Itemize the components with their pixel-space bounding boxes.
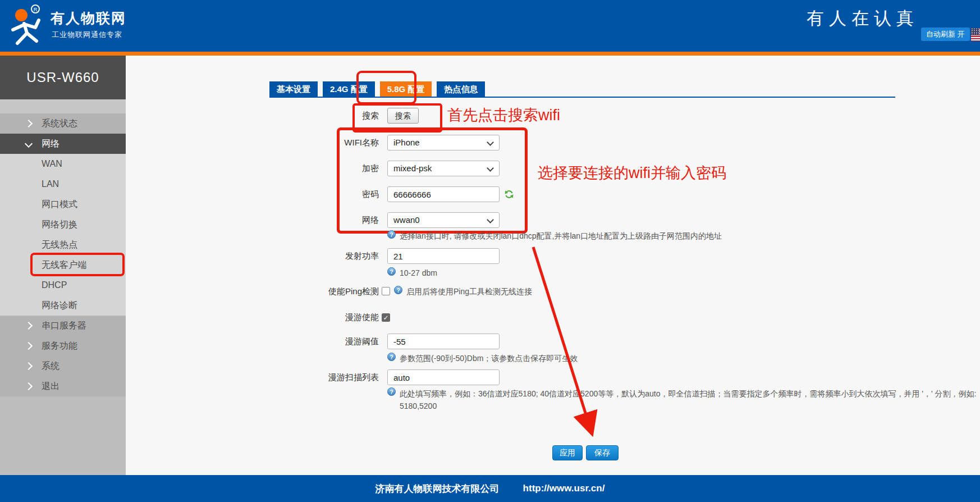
ping-check-checkbox[interactable] bbox=[382, 287, 390, 295]
chevron-down-icon bbox=[487, 165, 494, 172]
wifi-name-select[interactable]: iPhone bbox=[387, 135, 500, 150]
sidebar-item-services[interactable]: 服务功能 bbox=[0, 336, 126, 356]
tab-2-4g-config[interactable]: 2.4G 配置 bbox=[323, 81, 375, 97]
annotation-select-hint: 选择要连接的wifi并输入密码 bbox=[538, 163, 726, 183]
sidebar-item-port-mode[interactable]: 网口模式 bbox=[0, 194, 126, 215]
help-icon: ? bbox=[394, 286, 402, 294]
router-config-page: R 有人物联网 工业物联网通信专家 有人在认真 自动刷新 开 USR-W660 … bbox=[0, 0, 980, 502]
chevron-right-icon bbox=[25, 382, 33, 390]
tab-basic-settings[interactable]: 基本设置 bbox=[269, 81, 318, 97]
search-label: 搜索 bbox=[227, 108, 379, 124]
search-wifi-button[interactable]: 搜索 bbox=[387, 108, 419, 124]
sidebar-item-wireless-ap[interactable]: 无线热点 bbox=[0, 235, 126, 255]
sidebar-item-network-switch[interactable]: 网络切换 bbox=[0, 215, 126, 235]
tab-bar: 基本设置 2.4G 配置 5.8G 配置 热点信息 bbox=[269, 81, 485, 97]
network-help: ?选择lan接口时, 请修改或关闭lan口dhcp配置,并将lan口地址配置为上… bbox=[387, 230, 722, 241]
tx-power-field[interactable] bbox=[387, 248, 500, 264]
ping-check-help: ?启用后将使用Ping工具检测无线连接 bbox=[394, 286, 532, 297]
svg-text:R: R bbox=[34, 7, 38, 12]
network-label: 网络 bbox=[227, 212, 379, 228]
wifi-name-label: WIFI名称 bbox=[227, 135, 379, 150]
annotation-search-hint: 首先点击搜索wifi bbox=[447, 105, 560, 125]
main-content: 基本设置 2.4G 配置 5.8G 配置 热点信息 搜索 搜索 首先点击搜索wi… bbox=[126, 56, 980, 475]
brand-subtitle: 工业物联网通信专家 bbox=[52, 30, 122, 40]
brand-title: 有人物联网 bbox=[51, 9, 126, 28]
roaming-threshold-label: 漫游阈值 bbox=[227, 334, 379, 349]
sidebar-item-system[interactable]: 系统 bbox=[0, 356, 126, 376]
sidebar-item-wan[interactable]: WAN bbox=[0, 154, 126, 174]
top-header: R 有人物联网 工业物联网通信专家 有人在认真 自动刷新 开 bbox=[0, 0, 980, 52]
tab-5-8g-config[interactable]: 5.8G 配置 bbox=[380, 81, 432, 97]
footer-url-link[interactable]: http://www.usr.cn/ bbox=[523, 483, 605, 494]
header-slogan: 有人在认真 bbox=[807, 7, 919, 30]
roaming-enable-label: 漫游使能 bbox=[227, 309, 379, 325]
accent-divider bbox=[0, 52, 980, 56]
chevron-right-icon bbox=[25, 362, 33, 370]
roaming-scan-list-label: 漫游扫描列表 bbox=[227, 369, 379, 385]
sidebar-item-network-diagnosis[interactable]: 网络诊断 bbox=[0, 295, 126, 316]
footer-company: 济南有人物联网技术有限公司 bbox=[375, 482, 500, 495]
sidebar-item-serial-server[interactable]: 串口服务器 bbox=[0, 316, 126, 336]
page-footer: 济南有人物联网技术有限公司 http://www.usr.cn/ bbox=[0, 475, 980, 502]
sidebar-item-network[interactable]: 网络 bbox=[0, 134, 126, 154]
tx-power-help: ?10-27 dbm bbox=[387, 267, 437, 279]
password-field[interactable] bbox=[387, 186, 500, 202]
help-icon: ? bbox=[387, 353, 396, 361]
roaming-scan-list-help: ?此处填写频率，例如：36信道对应5180; 40信道对应5200等等，默认为a… bbox=[387, 387, 979, 412]
chevron-down-icon bbox=[25, 140, 33, 148]
roaming-scan-list-field[interactable] bbox=[387, 369, 500, 385]
encryption-select[interactable]: mixed-psk bbox=[387, 161, 500, 176]
tx-power-label: 发射功率 bbox=[227, 248, 379, 264]
encryption-label: 加密 bbox=[227, 161, 379, 176]
roaming-enable-checkbox[interactable]: ✓ bbox=[382, 313, 390, 322]
tab-hotspot-info[interactable]: 热点信息 bbox=[437, 81, 485, 97]
chevron-down-icon bbox=[487, 216, 494, 223]
tab-underline bbox=[269, 97, 895, 98]
roaming-threshold-help: ?参数范围(-90到-50)Dbm；该参数点击保存即可生效 bbox=[387, 353, 578, 364]
help-icon: ? bbox=[387, 230, 396, 239]
password-label: 密码 bbox=[227, 186, 379, 202]
chevron-right-icon bbox=[25, 322, 33, 330]
language-flag-icon[interactable] bbox=[971, 28, 980, 41]
sidebar-item-logout[interactable]: 退出 bbox=[0, 376, 126, 396]
help-icon: ? bbox=[387, 267, 396, 276]
ping-check-label: 使能Ping检测 bbox=[227, 284, 379, 299]
sidebar-gap bbox=[0, 99, 126, 113]
sidebar-item-wireless-client[interactable]: 无线客户端 bbox=[0, 255, 126, 275]
password-refresh-icon[interactable] bbox=[504, 189, 514, 199]
chevron-right-icon bbox=[25, 342, 33, 350]
auto-refresh-toggle[interactable]: 自动刷新 开 bbox=[921, 28, 970, 41]
network-select[interactable]: wwan0 bbox=[387, 212, 500, 228]
sidebar-item-system-status[interactable]: 系统状态 bbox=[0, 113, 126, 134]
apply-button[interactable]: 应用 bbox=[552, 445, 583, 460]
sidebar-item-lan[interactable]: LAN bbox=[0, 174, 126, 194]
save-button[interactable]: 保存 bbox=[586, 445, 619, 460]
sidebar-nav: USR-W660 系统状态 网络 WAN LAN 网口模式 网络切换 无线热点 … bbox=[0, 56, 126, 475]
sidebar-item-dhcp[interactable]: DHCP bbox=[0, 275, 126, 295]
roaming-threshold-field[interactable] bbox=[387, 334, 500, 349]
device-name: USR-W660 bbox=[0, 56, 126, 99]
chevron-down-icon bbox=[487, 139, 494, 146]
chevron-right-icon bbox=[25, 120, 33, 127]
help-icon: ? bbox=[387, 387, 396, 396]
usr-logo-icon: R bbox=[6, 3, 46, 48]
